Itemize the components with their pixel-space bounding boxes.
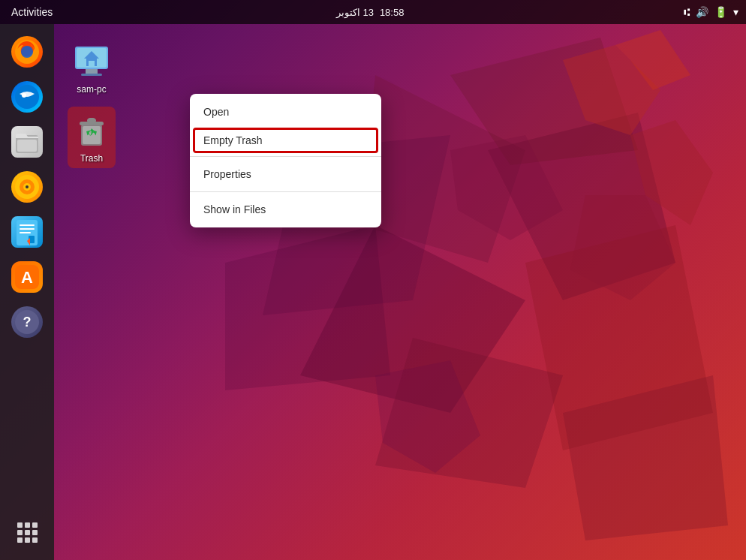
context-menu-item-properties[interactable]: Properties xyxy=(190,160,381,188)
svg-rect-38 xyxy=(17,530,23,535)
desktop: Activities 18:58 13 اکتوبر ⑆ 🔊 🔋 ▾ xyxy=(0,0,746,560)
firefox-icon xyxy=(11,36,43,68)
svg-rect-55 xyxy=(89,119,95,124)
network-icon[interactable]: ⑆ xyxy=(684,6,690,18)
svg-marker-6 xyxy=(563,375,728,540)
sam-pc-icon xyxy=(72,42,111,81)
trash-icon xyxy=(72,111,111,150)
dock-item-show-apps[interactable] xyxy=(7,512,47,552)
dock-item-thunderbird[interactable] xyxy=(7,77,47,117)
topbar-right: ⑆ 🔊 🔋 ▾ xyxy=(684,6,738,18)
dock-item-writer[interactable] xyxy=(7,212,47,252)
svg-marker-11 xyxy=(630,120,713,225)
svg-marker-0 xyxy=(360,75,525,263)
svg-rect-35 xyxy=(17,522,23,528)
svg-marker-1 xyxy=(488,113,675,300)
desktop-icon-trash[interactable]: Trash xyxy=(68,107,116,168)
desktop-icon-sam-pc[interactable]: sam-pc xyxy=(68,38,116,99)
battery-icon[interactable]: 🔋 xyxy=(714,6,727,18)
writer-icon xyxy=(11,216,43,248)
svg-marker-13 xyxy=(450,135,563,240)
svg-marker-7 xyxy=(225,225,390,390)
svg-marker-9 xyxy=(563,45,660,135)
topbar: Activities 18:58 13 اکتوبر ⑆ 🔊 🔋 ▾ xyxy=(0,0,746,24)
context-menu-separator-2 xyxy=(190,191,381,192)
svg-rect-27 xyxy=(20,228,35,230)
context-menu: Open Empty Trash Properties Show in File… xyxy=(190,94,381,227)
context-menu-separator-1 xyxy=(190,156,381,157)
svg-text:A: A xyxy=(21,268,33,287)
sam-pc-label: sam-pc xyxy=(77,84,106,95)
svg-rect-28 xyxy=(20,232,31,233)
svg-rect-42 xyxy=(25,537,30,543)
svg-marker-8 xyxy=(450,38,638,165)
svg-point-18 xyxy=(22,93,26,98)
svg-rect-41 xyxy=(17,537,23,543)
svg-rect-39 xyxy=(25,530,30,535)
dock: A ? xyxy=(0,24,54,560)
dock-item-firefox[interactable] xyxy=(7,32,47,72)
thunderbird-icon xyxy=(11,81,43,113)
svg-rect-50 xyxy=(89,61,95,66)
svg-text:?: ? xyxy=(23,315,32,330)
help-icon: ? xyxy=(11,306,43,338)
svg-rect-36 xyxy=(25,522,30,528)
svg-marker-14 xyxy=(375,360,480,473)
svg-marker-3 xyxy=(525,225,713,450)
dock-item-files[interactable] xyxy=(7,122,47,162)
dock-item-help[interactable]: ? xyxy=(7,302,47,342)
trash-label: Trash xyxy=(80,153,103,164)
svg-marker-2 xyxy=(300,225,525,413)
svg-rect-46 xyxy=(86,69,98,74)
svg-marker-10 xyxy=(615,30,690,90)
system-menu-icon[interactable]: ▾ xyxy=(733,6,738,18)
context-menu-item-open[interactable]: Open xyxy=(190,98,381,126)
svg-rect-20 xyxy=(17,140,37,152)
rhythmbox-icon xyxy=(11,171,43,203)
topbar-time: 18:58 xyxy=(380,7,405,18)
topbar-date: 13 اکتوبر xyxy=(336,7,374,18)
svg-point-16 xyxy=(21,46,33,58)
svg-rect-40 xyxy=(32,530,38,535)
svg-rect-43 xyxy=(32,537,38,543)
dock-item-appcenter[interactable]: A xyxy=(7,257,47,297)
svg-point-24 xyxy=(26,185,29,188)
desktop-icons-area: sam-pc xyxy=(68,38,116,176)
context-menu-item-empty-trash[interactable]: Empty Trash xyxy=(193,128,378,153)
show-apps-icon xyxy=(11,516,43,548)
volume-icon[interactable]: 🔊 xyxy=(696,6,708,18)
topbar-left: Activities xyxy=(8,6,56,18)
activities-button[interactable]: Activities xyxy=(8,6,56,18)
svg-marker-12 xyxy=(570,195,675,300)
files-icon xyxy=(11,126,43,158)
svg-rect-26 xyxy=(20,224,35,226)
svg-rect-37 xyxy=(32,522,38,528)
svg-rect-47 xyxy=(81,74,102,76)
context-menu-item-show-in-files[interactable]: Show in Files xyxy=(190,195,381,224)
svg-marker-5 xyxy=(375,338,563,488)
topbar-clock[interactable]: 18:58 13 اکتوبر xyxy=(336,7,405,18)
dock-item-rhythmbox[interactable] xyxy=(7,167,47,207)
appcenter-icon: A xyxy=(11,261,43,293)
